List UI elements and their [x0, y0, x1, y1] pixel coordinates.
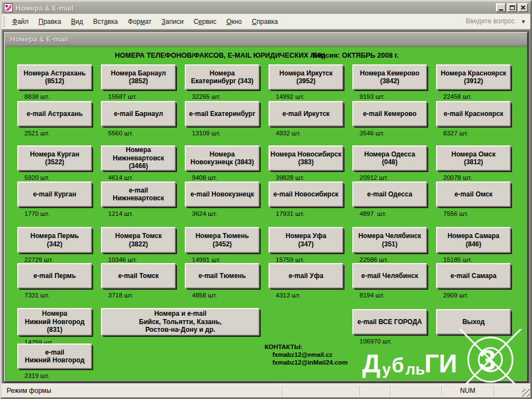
- window-title: Номера & E-mail: [16, 4, 495, 12]
- button-label: Номера Барнаул (3852): [111, 69, 166, 85]
- nomera-nizhnevartovsk-button[interactable]: Номера Нижневартовск (3466): [101, 145, 176, 171]
- nomera-kurgan-button[interactable]: Номера Курган (3522): [17, 145, 92, 171]
- button-label: e-mail Иркутск: [282, 110, 330, 118]
- logo-letter: у: [382, 361, 391, 378]
- nomera-chelyabinsk-count: 22586 шт.: [359, 256, 388, 263]
- email-tyumen-count: 4858 шт.: [192, 292, 217, 299]
- form-window-title: Номера & E-mail: [10, 35, 68, 43]
- nomera-tyumen-button[interactable]: Номера Тюмень (3452): [185, 227, 260, 253]
- nomera-ekaterinburg-button[interactable]: Номера Екатеринбург (343): [185, 64, 260, 90]
- nomera-astrakhan-button[interactable]: Номера Астрахань (8512): [17, 64, 92, 90]
- email-irkutsk-button[interactable]: e-mail Иркутск: [268, 101, 343, 127]
- email-perm-count: 7331 шт.: [24, 292, 49, 299]
- email-nizhnevartovsk-count: 1214 шт.: [108, 210, 133, 217]
- nomera-perm-count: 22729 шт.: [24, 256, 53, 263]
- button-label: Номера Самара (846): [448, 232, 500, 248]
- menu-item-view[interactable]: Вид: [66, 16, 88, 28]
- button-label: Номера Курган (3522): [30, 150, 79, 166]
- email-ekaterinburg-count: 13109 шт.: [192, 130, 221, 137]
- nomera-omsk-button[interactable]: Номера Омск (3812): [436, 145, 511, 171]
- email-ekaterinburg-button[interactable]: e-mail Екатеринбург: [185, 101, 260, 127]
- app-window: Номера & E-mail ✕ ФайлПравкаВидВставкаФо…: [0, 0, 532, 399]
- nomera-novosibirsk-count: 39828 шт.: [276, 174, 305, 181]
- form-version-label: Версия: ОКТЯБРЬ 2008 г.: [312, 52, 399, 59]
- logo-letter: З: [478, 344, 496, 376]
- menu-item-window[interactable]: Окно: [221, 16, 247, 28]
- button-label: e-mail Нижний Новгород: [25, 349, 85, 365]
- app-icon: [4, 3, 13, 12]
- email-omsk-button[interactable]: e-mail Омск: [436, 181, 511, 207]
- nomera-tomsk-button[interactable]: Номера Томск (3822): [101, 227, 176, 253]
- form-window-titlebar[interactable]: Номера & E-mail: [5, 33, 527, 46]
- nomera-barnaul-button[interactable]: Номера Барнаул (3852): [101, 64, 176, 90]
- email-tomsk-button[interactable]: e-mail Томск: [101, 263, 176, 289]
- nomera-omsk-count: 20078 шт.: [443, 174, 472, 181]
- button-label: e-mail Нижневартовск: [113, 186, 164, 203]
- logo-letter: Д: [362, 349, 381, 378]
- nomera-irkutsk-button[interactable]: Номера Иркутск (3952): [268, 64, 343, 90]
- email-novosibirsk-button[interactable]: e-mail Новосибирск: [268, 181, 343, 207]
- button-label: Номера Нижний Новгород (831): [25, 310, 85, 334]
- email-chelyabinsk-button[interactable]: e-mail Челябинск: [352, 263, 427, 289]
- close-button[interactable]: ✕: [518, 3, 528, 12]
- button-label: e-mail Одесса: [367, 190, 412, 198]
- email-astrakhan-button[interactable]: e-mail Астрахань: [17, 101, 92, 127]
- status-num-indicator: NUM: [443, 387, 493, 395]
- button-label: Выход: [462, 318, 484, 326]
- maximize-button[interactable]: [507, 3, 517, 12]
- nomera-chelyabinsk-button[interactable]: Номера Челябинск (351): [352, 227, 427, 253]
- menu-drag-handle[interactable]: [3, 17, 5, 27]
- button-label: Номера Томск (3822): [115, 232, 162, 248]
- button-label: Номера Челябинск (351): [358, 232, 421, 248]
- nomera-odessa-button[interactable]: Номера Одесса (048): [352, 145, 427, 171]
- nomera-nizhny-novgorod-button[interactable]: Номера Нижний Новгород (831): [17, 308, 92, 336]
- nomera-samara-count: 15185 шт.: [443, 256, 472, 263]
- email-nizhnevartovsk-button[interactable]: e-mail Нижневартовск: [101, 181, 176, 207]
- email-odessa-button[interactable]: e-mail Одесса: [352, 181, 427, 207]
- status-separator: [494, 386, 494, 396]
- menu-item-help[interactable]: Справка: [247, 16, 283, 28]
- email-ufa-button[interactable]: e-mail Уфа: [268, 263, 343, 289]
- email-krasnoyarsk-button[interactable]: e-mail Красноярск: [436, 101, 511, 127]
- minimize-button[interactable]: [496, 3, 506, 12]
- email-kemerovo-count: 3546 шт.: [359, 130, 384, 137]
- button-label: e-mail Самара: [450, 272, 496, 280]
- menu-item-insert[interactable]: Вставка: [88, 16, 123, 28]
- menu-item-format[interactable]: Формат: [123, 16, 156, 28]
- email-kemerovo-button[interactable]: e-mail Кемерово: [352, 101, 427, 127]
- nomera-kemerovo-button[interactable]: Номера Кемерово (3842): [352, 64, 427, 90]
- button-label: Номера Одесса (048): [364, 150, 415, 166]
- button-label: e-mail Челябинск: [361, 272, 418, 280]
- nomera-samara-button[interactable]: Номера Самара (846): [436, 227, 511, 253]
- email-nizhny-novgorod-button[interactable]: e-mail Нижний Новгород: [17, 344, 92, 369]
- email-tyumen-button[interactable]: e-mail Тюмень: [185, 263, 260, 289]
- nomera-ufa-button[interactable]: Номера Уфа (347): [268, 227, 343, 253]
- chevron-down-icon[interactable]: ▼: [521, 19, 526, 24]
- email-astrakhan-count: 2521 шт.: [24, 130, 49, 137]
- nomera-krasnoyarsk-button[interactable]: Номера Красноярск (3912): [436, 64, 511, 90]
- button-label: e-mail Кемерово: [363, 110, 417, 118]
- button-label: Номера Кемерово (3842): [360, 69, 419, 85]
- menu-item-file[interactable]: Файл: [7, 16, 34, 28]
- menu-item-tools[interactable]: Сервис: [189, 16, 221, 28]
- email-kurgan-button[interactable]: e-mail Курган: [17, 181, 92, 207]
- nomera-tomsk-count: 10346 шт.: [108, 256, 137, 263]
- button-label: e-mail Новосибирск: [273, 190, 338, 198]
- email-samara-button[interactable]: e-mail Самара: [436, 263, 511, 289]
- email-barnaul-button[interactable]: e-mail Барнаул: [101, 101, 176, 127]
- nomera-email-other-cities-button[interactable]: Номера и e-mail Бийск, Тольятти, Казань,…: [101, 308, 260, 336]
- menu-item-edit[interactable]: Правка: [34, 16, 67, 28]
- nomera-ekaterinburg-count: 32265 шт.: [192, 93, 221, 100]
- menu-item-records[interactable]: Записи: [156, 16, 189, 28]
- nomera-novokuznetsk-button[interactable]: Номера Новокузнецк (3843): [185, 145, 260, 171]
- button-label: Номера Астрахань (8512): [24, 69, 86, 85]
- nomera-irkutsk-count: 14992 шт.: [276, 93, 305, 100]
- nomera-perm-button[interactable]: Номера Пермь (342): [17, 227, 92, 253]
- nomera-novosibirsk-button[interactable]: Номера Новосибирск (383): [268, 145, 343, 171]
- email-perm-button[interactable]: e-mail Пермь: [17, 263, 92, 289]
- resize-grip[interactable]: [522, 389, 530, 397]
- button-label: Номера Пермь (342): [31, 232, 79, 248]
- ask-question-box[interactable]: Введите вопрос: [466, 17, 515, 25]
- email-novokuznetsk-button[interactable]: e-mail Новокузнецк: [185, 181, 260, 207]
- nomera-barnaul-count: 15587 шт.: [108, 93, 137, 100]
